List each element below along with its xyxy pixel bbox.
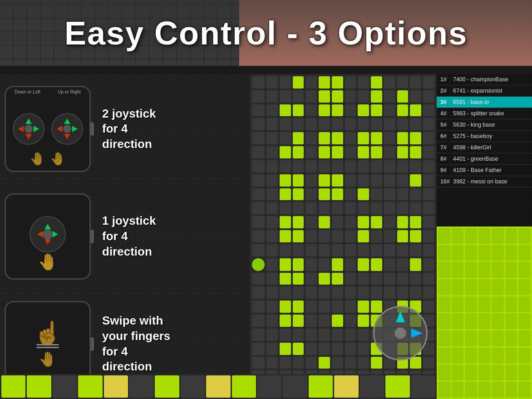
grid-cell bbox=[345, 258, 356, 271]
grid-cell bbox=[345, 202, 356, 214]
score-rank: 10# bbox=[440, 178, 453, 185]
grid-cell bbox=[332, 202, 343, 214]
grid-cell bbox=[280, 230, 291, 242]
grid-cell bbox=[319, 343, 330, 355]
green-territory-block bbox=[452, 330, 464, 346]
right-joystick-arrows bbox=[56, 118, 79, 140]
grid-cell bbox=[345, 273, 356, 285]
score-rank: 1# bbox=[440, 76, 453, 83]
grid-cell bbox=[410, 286, 421, 299]
green-territory-block bbox=[478, 279, 491, 295]
single-arrow-up bbox=[44, 224, 51, 229]
grid-cell bbox=[305, 146, 317, 158]
grid-cell bbox=[252, 202, 265, 214]
bottom-strip-cell bbox=[27, 375, 51, 398]
grid-cell bbox=[371, 160, 382, 172]
grid-cell bbox=[332, 244, 343, 256]
grid-cell bbox=[358, 90, 369, 103]
leaderboard-item: 6# 5275 - baseboy bbox=[437, 131, 532, 142]
grid-cell bbox=[384, 146, 395, 158]
grid-cell bbox=[410, 146, 421, 158]
green-territory-block bbox=[505, 245, 517, 261]
green-territory-block bbox=[438, 313, 450, 329]
left-joystick bbox=[13, 113, 44, 145]
grid-cell bbox=[345, 118, 356, 130]
green-territory-block bbox=[505, 330, 517, 346]
grid-cell bbox=[252, 132, 265, 144]
grid-cell bbox=[319, 188, 330, 201]
green-territory-block bbox=[452, 296, 464, 312]
swipe-content: ☝ 🤚 bbox=[6, 302, 89, 386]
green-territory-block bbox=[492, 382, 504, 398]
leaderboard-item: 7# 4598 - killerGirl bbox=[437, 142, 532, 153]
one-joystick-section: 🤚 1 joystick for 4 direction bbox=[3, 184, 247, 289]
bottom-strip-cell bbox=[385, 375, 409, 398]
two-joystick-description: 2 joystick for 4 direction bbox=[95, 106, 245, 152]
grid-cell bbox=[305, 174, 317, 187]
grid-cell bbox=[397, 76, 409, 89]
bottom-strip-cell bbox=[104, 375, 128, 398]
grid-cell bbox=[423, 146, 434, 158]
grid-cell bbox=[293, 104, 304, 117]
grid-cell bbox=[358, 357, 369, 369]
grid-cell bbox=[266, 104, 278, 117]
compass-arrow-right bbox=[411, 329, 423, 338]
green-territory-block bbox=[465, 382, 477, 398]
grid-cell bbox=[371, 244, 382, 256]
grid-cell bbox=[384, 216, 395, 228]
green-territory-block bbox=[518, 279, 531, 295]
grid-cell bbox=[252, 216, 265, 228]
green-territory-block bbox=[505, 382, 517, 398]
grid-cell bbox=[397, 273, 409, 285]
grid-cell bbox=[384, 160, 395, 172]
green-territory-block bbox=[478, 330, 491, 346]
grid-cell bbox=[371, 230, 382, 242]
grid-cell bbox=[293, 286, 304, 299]
grid-cell bbox=[332, 132, 343, 144]
grid-cell bbox=[332, 76, 343, 89]
green-territory-block bbox=[478, 382, 491, 398]
grid-cell bbox=[252, 343, 265, 355]
grid-cell bbox=[397, 132, 409, 144]
grid-cell bbox=[332, 329, 343, 341]
grid-cell bbox=[358, 244, 369, 256]
two-joystick-label: 2 joystick for 4 direction bbox=[102, 106, 245, 152]
right-joystick bbox=[51, 113, 83, 145]
grid-cell bbox=[266, 286, 278, 299]
green-territory-block bbox=[438, 245, 450, 261]
hand-left-icon: 🤚 bbox=[30, 151, 45, 166]
grid-cell bbox=[266, 244, 278, 256]
grid-cell bbox=[358, 286, 369, 299]
single-arrow-left bbox=[37, 231, 43, 237]
grid-cell bbox=[252, 230, 265, 242]
grid-cell bbox=[280, 300, 291, 313]
grid-cell bbox=[319, 258, 330, 271]
bottom-strip-cell bbox=[411, 375, 435, 398]
grid-cell bbox=[266, 132, 278, 144]
grid-cell bbox=[384, 188, 395, 201]
grid-cell bbox=[266, 258, 278, 271]
green-territory-block bbox=[452, 245, 464, 261]
grid-cell bbox=[371, 132, 382, 144]
grid-cell bbox=[319, 286, 330, 299]
one-joystick-description: 1 joystick for 4 direction bbox=[95, 213, 245, 259]
score-value: 5630 - king base bbox=[453, 122, 528, 128]
grid-cell bbox=[397, 118, 409, 130]
grid-cell bbox=[305, 258, 317, 271]
score-rank: 4# bbox=[440, 110, 453, 117]
green-territory-block bbox=[505, 279, 517, 295]
grid-cell bbox=[266, 188, 278, 201]
green-territory-block bbox=[452, 279, 464, 295]
grid-cell bbox=[305, 329, 317, 341]
grid-cell bbox=[305, 286, 317, 299]
grid-cell bbox=[332, 118, 343, 130]
grid-cell bbox=[252, 273, 265, 285]
green-territory-block bbox=[505, 365, 517, 381]
grid-cell bbox=[397, 216, 409, 228]
grid-cell bbox=[319, 118, 330, 130]
leaderboard-item: 9# 4109 - Base Father bbox=[437, 165, 532, 176]
score-rank: 3# bbox=[440, 99, 453, 105]
grid-cell bbox=[305, 76, 317, 89]
grid-cell bbox=[423, 118, 434, 130]
grid-cell bbox=[280, 357, 291, 369]
